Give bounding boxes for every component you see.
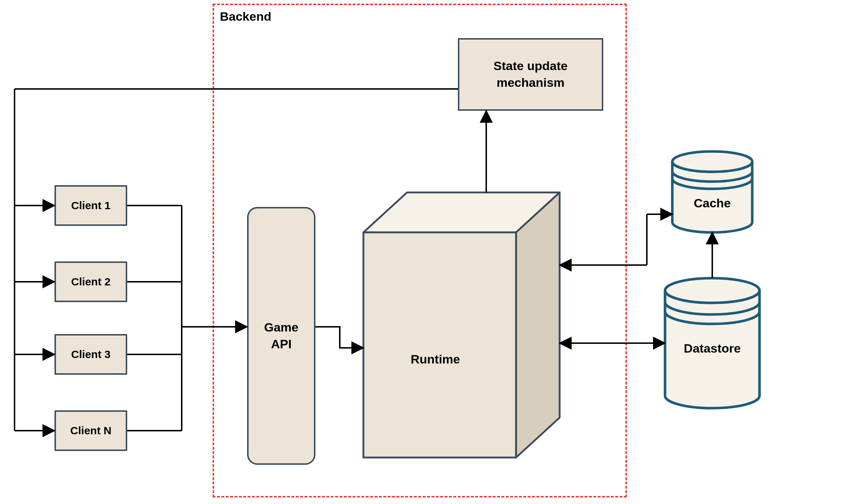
datastore-label: Datastore: [665, 341, 760, 355]
svg-marker-1: [516, 192, 560, 458]
diagram-canvas: Backend Client 1 Client 2 Client 3 Clien…: [0, 0, 842, 504]
runtime-label: Runtime: [411, 352, 460, 366]
svg-marker-2: [363, 232, 516, 458]
cache-cylinder: [672, 151, 752, 232]
api-to-runtime-connector: [315, 327, 363, 348]
runtime-cache-connector: [560, 214, 672, 265]
runtime-cube: [363, 192, 560, 458]
clients-to-api-bus: [127, 206, 247, 431]
cache-label: Cache: [665, 196, 760, 210]
connector-layer: [0, 0, 842, 504]
svg-point-4: [665, 278, 760, 303]
svg-point-3: [672, 151, 752, 172]
